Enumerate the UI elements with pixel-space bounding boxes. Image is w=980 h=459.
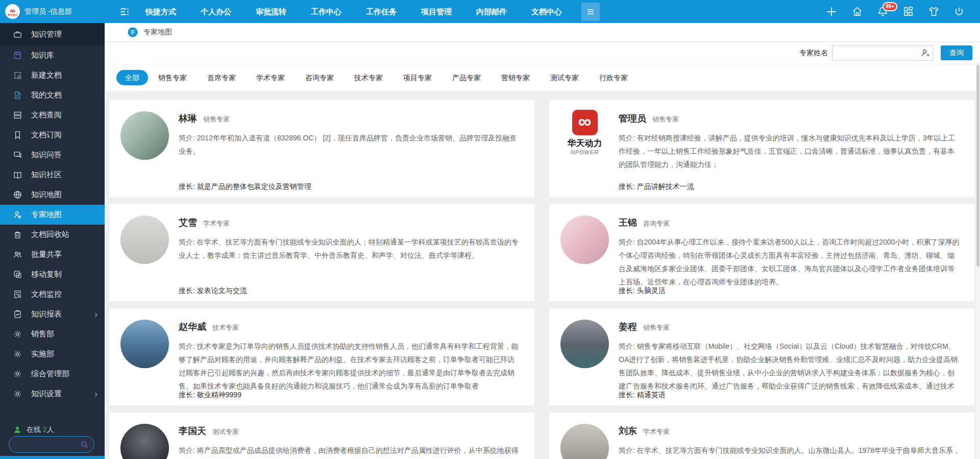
collapse-menu-icon xyxy=(119,6,130,17)
sidebar-item-knowledge-reports[interactable]: 知识报表 › xyxy=(0,304,105,324)
expert-intro: 简介: 有对经销商授课经验，讲解产品，提供专业的培训，懂水与健康知识优先本科及以… xyxy=(619,131,960,171)
tab-project-expert[interactable]: 项目专家 xyxy=(393,70,442,85)
expert-category: 学术专家 xyxy=(203,219,230,228)
sidebar-item-knowledge-settings[interactable]: 知识设置 › xyxy=(0,384,105,404)
expert-intro: 简介: 技术专家是为订单导向的销售人员提供技术协助的支持性销售人员，他们通常具有… xyxy=(179,340,520,393)
sidebar-item-document-review[interactable]: 文档查阅 xyxy=(0,105,105,125)
sidebar-item-document-subscribe[interactable]: 文档订阅 xyxy=(0,125,105,145)
sidebar-item-document-monitor[interactable]: 文档监控 xyxy=(0,284,105,304)
expert-category: 销售专家 xyxy=(643,323,670,332)
avatar xyxy=(120,320,169,368)
tab-marketing-expert[interactable]: 营销专家 xyxy=(491,70,540,85)
sidebar-item-mobile-copy[interactable]: 移动复制 xyxy=(0,264,105,284)
online-person-icon xyxy=(13,425,22,434)
query-button[interactable]: 查询 xyxy=(941,45,972,60)
expert-card[interactable]: 刘东学术专家 简介: 在学术、技艺等方面有专门技能或专业知识全面的人。山东微山县… xyxy=(549,413,974,459)
tab-all[interactable]: 全部 xyxy=(116,70,148,85)
plus-icon xyxy=(825,6,838,18)
expert-card[interactable]: 赵华威技术专家 简介: 技术专家是为订单导向的销售人员提供技术协助的支持性销售人… xyxy=(109,308,534,405)
nav-item-document-center[interactable]: 文档中心 xyxy=(519,0,574,23)
tab-chief-expert[interactable]: 首席专家 xyxy=(197,70,246,85)
expert-card[interactable]: 艾雪学术专家 简介: 在学术、技艺等方面有专门技能或专业知识全面的人；特别精通某… xyxy=(109,204,534,301)
expert-name: 刘东 xyxy=(619,425,637,437)
sidebar-item-general-management-dept[interactable]: 综合管理部 xyxy=(0,364,105,384)
apps-button[interactable] xyxy=(902,6,914,17)
tab-technical-expert[interactable]: 技术专家 xyxy=(344,70,393,85)
collapse-sidebar-button[interactable] xyxy=(116,3,133,20)
gear-icon xyxy=(13,389,22,399)
huatian-logo-title: 华天动力 xyxy=(568,137,602,149)
notification-count-badge: 99+ xyxy=(883,2,897,11)
sidebar-search-box xyxy=(9,436,94,453)
top-bar: ∞ 华天动力 管理员 -信息部 快捷方式 个人办公 审批流转 工作中心 工作任务… xyxy=(0,0,980,23)
expert-skill: 擅长: 就是产品的整体包装定位及营销管理 xyxy=(179,182,520,191)
tab-admin-expert[interactable]: 行政专家 xyxy=(589,70,638,85)
nav-item-internal-mail[interactable]: 内部邮件 xyxy=(464,0,519,23)
home-icon xyxy=(851,6,863,17)
online-label: 在线 xyxy=(27,425,41,433)
huatian-logo: ∞ 华天动力 xyxy=(5,4,20,19)
expert-card[interactable]: 李国天测试专家 简介: 将产品原型或产品成品提供给消费者，由消费者根据自己的想法… xyxy=(109,413,534,459)
sidebar-item-knowledge-community[interactable]: 知识社区 xyxy=(0,165,105,185)
expert-category: 技术专家 xyxy=(212,323,239,332)
more-modules-button[interactable] xyxy=(581,3,600,21)
sidebar-search-input[interactable] xyxy=(9,441,80,448)
expert-name-label: 专家姓名 xyxy=(799,49,828,58)
search-icon[interactable] xyxy=(80,440,89,449)
expert-name-input[interactable] xyxy=(832,45,933,61)
copy-icon xyxy=(13,270,22,279)
expert-category: 销售专家 xyxy=(652,115,679,124)
huatian-logo-subtitle: NPOWER xyxy=(571,149,599,155)
bookmark-icon xyxy=(13,130,22,140)
sidebar-item-knowledge-base[interactable]: 知识库 xyxy=(0,45,105,65)
gear-icon xyxy=(13,369,22,379)
sidebar-item-knowledge-management[interactable]: 知识管理 xyxy=(0,23,105,45)
expert-card[interactable]: 林琳销售专家 简介: 2012年年初加入道有道（832896.OC） [2]，现… xyxy=(109,100,534,197)
chevron-right-icon: › xyxy=(94,310,97,319)
notifications-button[interactable]: 99+ xyxy=(877,6,889,17)
scrollbar-thumb[interactable] xyxy=(976,65,979,267)
nav-item-quick[interactable]: 快捷方式 xyxy=(133,0,188,23)
sidebar-item-my-documents[interactable]: 我的文档 xyxy=(0,85,105,105)
tab-sales-expert[interactable]: 销售专家 xyxy=(148,70,197,85)
report-clipboard-icon xyxy=(13,309,22,319)
theme-button[interactable] xyxy=(928,6,940,17)
sidebar-item-knowledge-map[interactable]: 知识地图 xyxy=(0,185,105,205)
brand-area: ∞ 华天动力 管理员 -信息部 xyxy=(0,4,105,19)
tab-testing-expert[interactable]: 测试专家 xyxy=(540,70,589,85)
tab-product-expert[interactable]: 产品专家 xyxy=(442,70,491,85)
sidebar-item-knowledge-qa[interactable]: 知识问答 xyxy=(0,145,105,165)
sidebar-item-sales-dept[interactable]: 销售部 xyxy=(0,324,105,344)
avatar xyxy=(120,424,169,459)
sidebar-item-expert-map[interactable]: 专家地图 xyxy=(0,205,105,225)
nav-item-work-tasks[interactable]: 工作任务 xyxy=(354,0,409,23)
tab-academic-expert[interactable]: 学术专家 xyxy=(246,70,295,85)
expert-category: 测试专家 xyxy=(212,427,239,437)
expert-name: 赵华威 xyxy=(179,321,206,333)
expert-name: 王锦 xyxy=(619,216,637,229)
nav-item-approval-flow[interactable]: 审批流转 xyxy=(243,0,299,23)
expert-category: 销售专家 xyxy=(203,115,230,124)
sidebar-item-new-document[interactable]: 新建文档 xyxy=(0,65,105,85)
expert-card[interactable]: 姜程销售专家 简介: 销售专家将移动互联（Mobile）、社交网络（Social… xyxy=(549,308,974,405)
expert-skill: 擅长: 发表论文与交流 xyxy=(179,286,520,296)
logout-button[interactable] xyxy=(953,6,965,17)
expert-skill: 擅长: 产品讲解技术一流 xyxy=(619,182,960,191)
expert-intro: 简介: 将产品原型或产品成品提供给消费者，由消费者根据自己的想法对产品属性进行评… xyxy=(179,444,520,457)
expert-card[interactable]: 王锦咨询专家 简介: 自2004年从事心理工作以来，接待个案来访者500人以上，… xyxy=(549,204,974,301)
expert-intro: 简介: 在学术、技艺等方面有专门技能或专业知识全面的人。山东微山县人。1978年… xyxy=(619,444,960,457)
home-button[interactable] xyxy=(851,6,863,17)
add-button[interactable] xyxy=(825,6,838,18)
nav-item-work-center[interactable]: 工作中心 xyxy=(299,0,354,23)
my-document-icon xyxy=(13,90,22,100)
nav-item-project-management[interactable]: 项目管理 xyxy=(409,0,464,23)
sidebar-item-batch-share[interactable]: 批量共享 xyxy=(0,245,105,264)
tab-consulting-expert[interactable]: 咨询专家 xyxy=(295,70,344,85)
nav-item-personal-office[interactable]: 个人办公 xyxy=(188,0,243,23)
select-person-button[interactable] xyxy=(920,47,930,58)
sidebar-item-implementation-dept[interactable]: 实施部 xyxy=(0,344,105,364)
expert-card[interactable]: ∞ 华天动力 NPOWER 管理员销售专家 简介: 有对经销商授课经验，讲解产品… xyxy=(549,100,974,197)
sidebar-item-document-recycle[interactable]: 文档回收站 xyxy=(0,225,105,245)
avatar xyxy=(560,320,609,368)
hamburger-menu-icon xyxy=(586,7,595,16)
